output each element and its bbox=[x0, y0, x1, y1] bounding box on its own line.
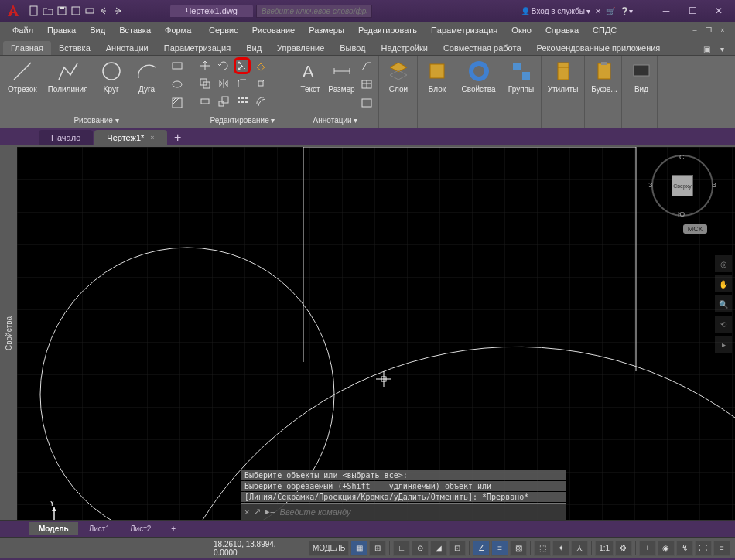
lineweight-icon[interactable]: ≡ bbox=[491, 541, 508, 556]
qat-saveas-icon[interactable] bbox=[70, 5, 82, 17]
doc-restore-icon[interactable]: ❐ bbox=[703, 25, 715, 36]
arc-button[interactable]: Дуга bbox=[130, 57, 164, 95]
scale-icon[interactable] bbox=[215, 93, 232, 110]
explode-icon[interactable] bbox=[252, 75, 269, 92]
grid-toggle-icon[interactable]: ▦ bbox=[350, 541, 368, 556]
doc-tab-drawing[interactable]: Чертеж1*× bbox=[94, 130, 166, 145]
clean-screen-icon[interactable]: ⛶ bbox=[695, 541, 712, 556]
leader-icon[interactable] bbox=[358, 57, 375, 74]
viewcube-south[interactable]: Ю bbox=[678, 210, 685, 218]
nav-orbit-icon[interactable]: ⟲ bbox=[715, 316, 732, 333]
polyline-button[interactable]: Полилиния bbox=[43, 57, 93, 95]
qat-redo-icon[interactable] bbox=[111, 5, 124, 17]
menu-dimension[interactable]: Размеры bbox=[303, 24, 350, 36]
menu-help[interactable]: Справка bbox=[539, 24, 585, 36]
properties-button[interactable]: Свойства bbox=[460, 57, 497, 95]
properties-palette-tab[interactable]: Свойства bbox=[0, 147, 17, 520]
menu-window[interactable]: Окно bbox=[505, 24, 538, 36]
doc-close-icon[interactable]: × bbox=[716, 25, 729, 36]
menu-parametric[interactable]: Параметризация bbox=[425, 24, 504, 36]
ribbon-tab-addins[interactable]: Надстройки bbox=[374, 41, 436, 55]
dimension-button[interactable]: Размер bbox=[326, 57, 357, 95]
menu-draw[interactable]: Рисование bbox=[246, 24, 301, 36]
qat-new-icon[interactable] bbox=[28, 5, 40, 17]
annot-panel-title[interactable]: Аннотации ▾ bbox=[292, 115, 378, 128]
layers-button[interactable]: Слои bbox=[382, 57, 415, 95]
isolate-icon[interactable]: ◉ bbox=[658, 541, 675, 556]
isodraft-icon[interactable]: ◢ bbox=[430, 541, 447, 556]
app-logo[interactable] bbox=[3, 2, 23, 19]
hatch-icon[interactable] bbox=[169, 94, 186, 111]
menu-insert[interactable]: Вставка bbox=[113, 24, 157, 36]
polar-toggle-icon[interactable]: ⊙ bbox=[412, 541, 429, 556]
ribbon-tab-insert[interactable]: Вставка bbox=[51, 41, 98, 55]
nav-zoom-icon[interactable]: 🔍 bbox=[715, 295, 732, 312]
model-space-button[interactable]: МОДЕЛЬ bbox=[309, 541, 349, 556]
cart-icon[interactable]: 🛒 bbox=[606, 7, 615, 15]
cmd-recent-icon[interactable]: ↗ bbox=[254, 507, 261, 517]
transparency-icon[interactable]: ▨ bbox=[510, 541, 527, 556]
annotation-monitor-icon[interactable]: + bbox=[639, 541, 656, 556]
cmd-close-icon[interactable]: × bbox=[244, 507, 249, 517]
osnap-toggle-icon[interactable]: ⊡ bbox=[449, 541, 466, 556]
viewcube-west[interactable]: З bbox=[648, 181, 652, 189]
selection-cycling-icon[interactable]: ⬚ bbox=[534, 541, 551, 556]
layout-tab-add[interactable]: + bbox=[162, 522, 185, 535]
erase-icon[interactable] bbox=[252, 57, 269, 74]
qat-save-icon[interactable] bbox=[56, 5, 68, 17]
command-input[interactable] bbox=[280, 507, 563, 517]
snap-toggle-icon[interactable]: ⊞ bbox=[369, 541, 386, 556]
trim-icon[interactable] bbox=[234, 57, 251, 74]
ellipse-icon[interactable] bbox=[169, 76, 186, 93]
drawing-canvas[interactable]: Сверху С Ю В З МСК ◎ ✋ 🔍 ⟲ ▸ X Y bbox=[17, 147, 735, 520]
fillet-icon[interactable] bbox=[234, 75, 251, 92]
hardware-accel-icon[interactable]: ↯ bbox=[676, 541, 693, 556]
ribbon-expand-icon[interactable]: ▣ bbox=[699, 43, 713, 55]
layout-tab-sheet1[interactable]: Лист1 bbox=[80, 522, 119, 535]
search-input[interactable] bbox=[256, 5, 372, 18]
exchange-icon[interactable]: ✕ bbox=[595, 7, 601, 15]
menu-edit[interactable]: Правка bbox=[41, 24, 82, 36]
view-button[interactable]: Вид bbox=[625, 57, 658, 95]
ribbon-tab-parametric[interactable]: Параметризация bbox=[156, 41, 238, 55]
ribbon-tab-output[interactable]: Вывод bbox=[332, 41, 373, 55]
ribbon-minimize-icon[interactable]: ▾ bbox=[715, 43, 729, 55]
layout-tab-model[interactable]: Модель bbox=[29, 522, 78, 535]
offset-icon[interactable] bbox=[252, 93, 269, 110]
ribbon-tab-annotate[interactable]: Аннотации bbox=[98, 41, 156, 55]
nav-wheel-icon[interactable]: ◎ bbox=[715, 255, 732, 272]
qat-open-icon[interactable] bbox=[42, 5, 54, 17]
close-button[interactable]: ✕ bbox=[706, 0, 732, 22]
3dosnap-icon[interactable]: ✦ bbox=[552, 541, 569, 556]
dynamic-ucs-icon[interactable]: 人 bbox=[571, 541, 588, 556]
ortho-toggle-icon[interactable]: ∟ bbox=[393, 541, 410, 556]
doc-minimize-icon[interactable]: – bbox=[689, 25, 701, 36]
help-icon[interactable]: ❔▾ bbox=[620, 7, 633, 15]
rotate-icon[interactable] bbox=[215, 57, 232, 74]
rectangle-icon[interactable] bbox=[169, 57, 186, 74]
nav-pan-icon[interactable]: ✋ bbox=[715, 275, 732, 292]
text-button[interactable]: A Текст bbox=[296, 57, 325, 95]
menu-file[interactable]: Файл bbox=[6, 24, 39, 36]
nav-showmotion-icon[interactable]: ▸ bbox=[715, 336, 732, 353]
menu-format[interactable]: Формат bbox=[159, 24, 201, 36]
mirror-icon[interactable] bbox=[215, 75, 232, 92]
modify-panel-title[interactable]: Редактирование ▾ bbox=[193, 115, 292, 128]
layout-tab-sheet2[interactable]: Лист2 bbox=[121, 522, 160, 535]
qat-undo-icon[interactable] bbox=[97, 5, 110, 17]
copy-icon[interactable] bbox=[197, 75, 214, 92]
annot-more-icon[interactable] bbox=[358, 94, 375, 111]
block-button[interactable]: Блок bbox=[421, 57, 453, 95]
close-tab-icon[interactable]: × bbox=[150, 134, 154, 142]
minimize-button[interactable]: ─ bbox=[653, 0, 679, 22]
array-icon[interactable] bbox=[234, 93, 251, 110]
new-tab-button[interactable]: + bbox=[169, 130, 187, 145]
wcs-badge[interactable]: МСК bbox=[683, 224, 707, 234]
viewcube-north[interactable]: С bbox=[679, 153, 685, 161]
menu-modify[interactable]: Редактировать bbox=[352, 24, 423, 36]
doc-tab-start[interactable]: Начало bbox=[39, 130, 93, 145]
ribbon-tab-featured[interactable]: Рекомендованные приложения bbox=[529, 41, 668, 55]
menu-view[interactable]: Вид bbox=[84, 24, 111, 36]
login-button[interactable]: 👤Вход в службы▾ bbox=[521, 7, 590, 15]
viewcube[interactable]: Сверху С Ю В З bbox=[651, 155, 713, 217]
